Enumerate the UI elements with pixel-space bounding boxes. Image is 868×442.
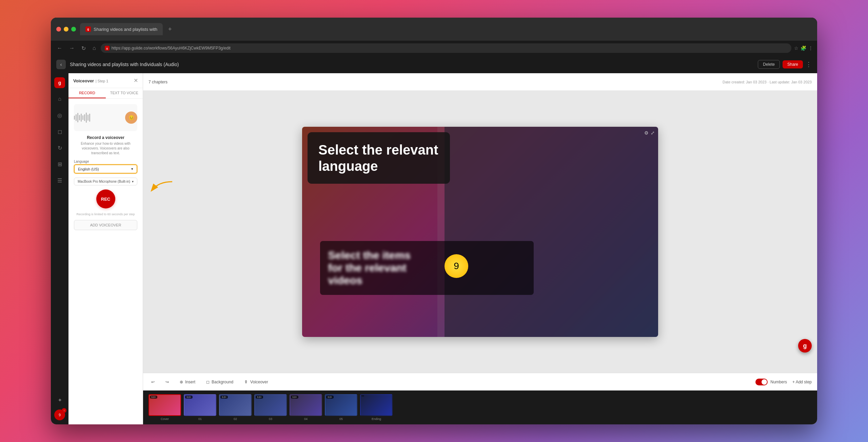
bottom-toolbar: ↩ ↪ ⊕ Insert ◻ Background <box>143 373 817 390</box>
page-title: Sharing videos and playlists with Indivi… <box>70 62 754 67</box>
background-button[interactable]: ◻ Background <box>203 378 236 386</box>
left-sidebar: g ⌂ ◎ ◻ ↻ ⊞ ☰ ✦ 9 ! <box>51 73 68 424</box>
filmstrip-label-01: 01 <box>198 417 202 421</box>
panel-close-button[interactable]: ✕ <box>134 77 138 84</box>
sidebar-item-plugins[interactable]: ✦ <box>54 395 65 405</box>
filmstrip-thumb-cover[interactable]: 3.0+ <box>149 394 181 416</box>
main-content: 7 chapters Date created: Jan 03 2023 · L… <box>143 73 817 424</box>
tooltip-box: Select the relevant language <box>308 132 450 184</box>
forward-nav-button[interactable]: → <box>67 44 77 53</box>
canvas-area: Select the relevant language Select the … <box>143 91 817 373</box>
numbers-toggle-group: Numbers <box>755 379 787 385</box>
filmstrip-item-04[interactable]: 3.0+ 04 <box>290 394 322 421</box>
filmstrip-badge-03: 3.0+ <box>256 396 263 399</box>
help-button[interactable]: g <box>798 339 812 353</box>
logo: g <box>54 77 65 88</box>
sidebar-item-users[interactable]: ☰ <box>54 175 65 186</box>
filmstrip-thumb-02[interactable]: 3.0+ <box>219 394 252 416</box>
numbers-toggle-switch[interactable] <box>755 379 768 385</box>
waveform-bar <box>79 115 80 120</box>
menu-icon[interactable]: ⋮ <box>808 45 813 51</box>
filmstrip-badge-02: 3.0+ <box>220 396 228 399</box>
panel-area: Voiceover | Step 1 ✕ RECORD TEXT TO VOIC… <box>68 73 817 424</box>
filmstrip-item-cover[interactable]: 3.0+ Cover <box>149 394 181 421</box>
filmstrip-item-05[interactable]: 3.0+ 05 <box>325 394 357 421</box>
record-button[interactable]: REC <box>96 189 115 208</box>
tab-title: Sharing videos and playlists with <box>94 27 157 32</box>
back-nav-button[interactable]: ← <box>55 44 64 53</box>
more-options-button[interactable]: ⋮ <box>806 61 812 68</box>
waveform-bar <box>84 114 85 121</box>
language-dropdown[interactable]: English (US) ▾ <box>74 164 137 174</box>
reload-nav-button[interactable]: ↻ <box>79 44 88 53</box>
filmstrip-label-05: 05 <box>339 417 343 421</box>
filmstrip-thumb-03[interactable]: 3.0+ <box>254 394 287 416</box>
sidebar-item-views[interactable]: ◎ <box>54 110 65 121</box>
filmstrip-item-ending[interactable]: Ending <box>360 394 393 421</box>
date-info: Date created: Jan 03 2023 · Last update:… <box>723 80 812 84</box>
sidebar-item-avatar[interactable]: 9 ! <box>54 409 65 420</box>
extensions-icon[interactable]: 🧩 <box>801 45 806 51</box>
header-back-button[interactable]: ‹ <box>56 60 66 69</box>
filmstrip-thumb-01[interactable]: 3.0+ <box>184 394 216 416</box>
filmstrip-item-01[interactable]: 3.0+ 01 <box>184 394 216 421</box>
filmstrip-badge-01: 3.0+ <box>185 396 193 399</box>
add-step-button[interactable]: + Add step <box>792 380 812 384</box>
share-button[interactable]: Share <box>783 60 803 68</box>
sidebar-item-comments[interactable]: ◻ <box>54 126 65 137</box>
insert-button[interactable]: ⊕ Insert <box>177 378 198 386</box>
filmstrip-item-02[interactable]: 3.0+ 02 <box>219 394 252 421</box>
add-voiceover-button[interactable]: ADD VOICEOVER <box>74 220 137 230</box>
voiceover-panel: Voiceover | Step 1 ✕ RECORD TEXT TO VOIC… <box>68 73 143 424</box>
slide-settings-icon[interactable]: ⚙ <box>644 130 649 136</box>
panel-title-group: Voiceover | Step 1 <box>73 78 108 84</box>
address-bar[interactable]: g https://app.guiide.co/workflows/56AyuH… <box>101 43 791 53</box>
voiceover-button[interactable]: 🎙 Voiceover <box>241 378 271 386</box>
minimize-button[interactable] <box>64 27 68 32</box>
filmstrip-thumb-05[interactable]: 3.0+ <box>325 394 357 416</box>
undo-button[interactable]: ↩ <box>149 378 157 386</box>
delete-button[interactable]: Delete <box>758 60 780 69</box>
slide-expand-icon[interactable]: ⤢ <box>651 130 655 136</box>
filmstrip-item-03[interactable]: 3.0+ 03 <box>254 394 287 421</box>
tab-text-to-voice[interactable]: TEXT TO VOICE <box>106 88 143 98</box>
insert-label: Insert <box>185 380 195 384</box>
mic-label: MacBook Pro Microphone (Built-in) <box>78 180 130 183</box>
filmstrip-label-cover: Cover <box>161 417 169 421</box>
new-tab-button[interactable]: + <box>168 26 172 33</box>
chapters-count: 7 chapters <box>149 80 167 84</box>
browser-window: g Sharing videos and playlists with + ← … <box>51 18 817 424</box>
filmstrip-thumb-04[interactable]: 3.0+ <box>290 394 322 416</box>
waveform <box>74 113 90 123</box>
voiceover-icon: 🎙 <box>244 380 248 384</box>
filmstrip-badge-05: 3.0+ <box>326 396 334 399</box>
microphone-dropdown[interactable]: MacBook Pro Microphone (Built-in) ▾ <box>74 178 137 185</box>
browser-chrome: g Sharing videos and playlists with + <box>51 18 817 41</box>
redo-button[interactable]: ↪ <box>163 378 172 386</box>
app-content: ‹ Sharing videos and playlists with Indi… <box>51 56 817 424</box>
filmstrip-label-04: 04 <box>304 417 308 421</box>
background-icon: ◻ <box>206 380 210 384</box>
site-favicon: g <box>105 46 110 51</box>
sidebar-item-home[interactable]: ⌂ <box>54 94 65 104</box>
waveform-bar <box>82 115 83 120</box>
redo-icon: ↪ <box>165 380 169 384</box>
filmstrip-label-ending: Ending <box>372 417 381 421</box>
filmstrip-thumb-ending[interactable] <box>360 394 393 416</box>
waveform-bar <box>81 114 82 122</box>
waveform-bar <box>76 114 77 121</box>
tab-record[interactable]: RECORD <box>68 88 106 98</box>
panel-step-label: | Step 1 <box>96 79 108 83</box>
sidebar-item-grid[interactable]: ⊞ <box>54 159 65 169</box>
home-nav-button[interactable]: ⌂ <box>91 44 98 53</box>
bookmark-icon[interactable]: ☆ <box>794 45 798 51</box>
panel-header: Voiceover | Step 1 ✕ <box>68 73 143 88</box>
close-button[interactable] <box>56 27 61 32</box>
filmstrip-label-02: 02 <box>234 417 237 421</box>
filmstrip-badge-cover: 3.0+ <box>150 396 157 399</box>
sidebar-item-refresh[interactable]: ↻ <box>54 142 65 153</box>
fullscreen-button[interactable] <box>71 27 76 32</box>
browser-tab[interactable]: g Sharing videos and playlists with <box>80 23 163 35</box>
header-actions: Delete Share ⋮ <box>758 60 812 69</box>
tooltip-text: Select the relevant language <box>318 142 439 174</box>
